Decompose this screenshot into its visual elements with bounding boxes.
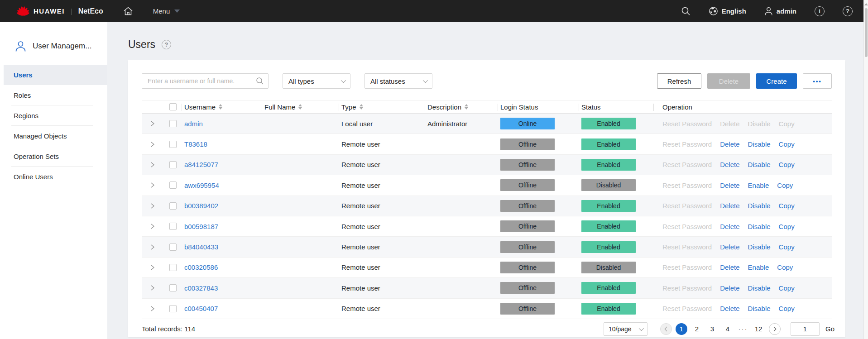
sidebar-item-managed-objects[interactable]: Managed Objects [0,126,107,146]
op-disable[interactable]: Disable [748,284,771,292]
expand-icon[interactable] [149,264,156,271]
op-copy[interactable]: Copy [779,305,795,312]
expand-icon[interactable] [149,284,156,291]
status-filter-select[interactable]: All statuses [364,73,432,89]
op-delete[interactable]: Delete [720,263,739,271]
user-button[interactable]: admin [764,7,796,16]
home-icon[interactable] [123,6,133,16]
create-button[interactable]: Create [756,73,797,89]
column-header-full-name[interactable]: Full Name [264,100,341,113]
expand-icon[interactable] [149,120,156,127]
page-size-select[interactable]: 10/page [604,322,647,336]
language-button[interactable]: English [709,6,746,16]
username-link[interactable]: b84040433 [184,243,218,251]
expand-icon[interactable] [149,181,156,189]
column-header-username[interactable]: Username [184,100,264,113]
op-enable[interactable]: Enable [748,263,769,271]
page-button-2[interactable]: 2 [691,323,703,335]
page-button-4[interactable]: 4 [722,323,734,335]
expand-icon[interactable] [149,141,156,148]
username-link[interactable]: c00327843 [184,284,218,292]
row-checkbox[interactable] [169,244,177,251]
username-link[interactable]: admin [184,120,203,128]
op-copy[interactable]: Copy [779,223,795,230]
username-link[interactable]: c00320586 [184,263,218,271]
column-header-description[interactable]: Description [427,100,500,113]
help-icon[interactable]: ? [843,6,853,16]
scrollbar-thumb[interactable] [865,8,868,57]
op-copy[interactable]: Copy [779,284,795,292]
username-link[interactable]: b00389402 [184,202,218,210]
username-link[interactable]: a84125077 [184,161,218,168]
op-enable[interactable]: Enable [748,181,769,189]
op-disable[interactable]: Disable [748,202,771,210]
row-checkbox[interactable] [169,120,177,127]
sort-icon[interactable] [298,104,302,110]
op-disable[interactable]: Disable [748,305,771,312]
op-copy[interactable]: Copy [777,181,793,189]
expand-icon[interactable] [149,244,156,251]
menu-button[interactable]: Menu [153,7,180,15]
op-delete[interactable]: Delete [720,243,739,251]
prev-page-button[interactable] [660,323,672,335]
row-checkbox[interactable] [169,264,177,271]
page-button-1[interactable]: 1 [676,323,687,335]
sort-icon[interactable] [465,104,468,110]
page-help-icon[interactable]: ? [162,40,171,49]
goto-page-input[interactable] [791,322,820,336]
op-disable[interactable]: Disable [748,161,771,168]
row-checkbox[interactable] [169,181,177,189]
op-delete[interactable]: Delete [720,202,739,210]
row-checkbox[interactable] [169,284,177,291]
info-icon[interactable]: i [815,6,825,16]
username-link[interactable]: c00450407 [184,305,218,312]
op-copy[interactable]: Copy [779,202,795,210]
sidebar-item-users[interactable]: Users [4,65,107,85]
next-page-button[interactable] [769,323,781,335]
op-copy[interactable]: Copy [779,243,795,251]
op-disable[interactable]: Disable [748,140,771,148]
select-all-checkbox[interactable] [169,103,177,110]
sidebar-item-operation-sets[interactable]: Operation Sets [0,146,107,167]
op-disable[interactable]: Disable [748,243,771,251]
expand-icon[interactable] [149,305,156,312]
sidebar-item-regions[interactable]: Regions [0,105,107,126]
expand-icon[interactable] [149,223,156,230]
username-link[interactable]: T83618 [184,140,207,148]
row-checkbox[interactable] [169,202,177,210]
search-icon[interactable] [681,6,691,16]
refresh-button[interactable]: Refresh [657,73,701,89]
expand-icon[interactable] [149,202,156,210]
page-button-12[interactable]: 12 [753,323,764,335]
expand-icon[interactable] [149,161,156,168]
op-delete[interactable]: Delete [720,284,739,292]
sidebar-item-roles[interactable]: Roles [0,85,107,105]
row-checkbox[interactable] [169,305,177,312]
op-delete[interactable]: Delete [720,161,739,168]
row-checkbox[interactable] [169,161,177,168]
sort-icon[interactable] [219,104,222,110]
column-header-type[interactable]: Type [341,100,427,113]
more-actions-button[interactable]: ••• [803,73,832,89]
op-delete[interactable]: Delete [720,140,739,148]
row-checkbox[interactable] [169,141,177,148]
row-checkbox[interactable] [169,223,177,230]
sort-icon[interactable] [360,104,363,110]
op-copy[interactable]: Copy [779,161,795,168]
page-button-3[interactable]: 3 [706,323,718,335]
page-scrollbar[interactable] [863,0,868,339]
delete-button[interactable]: Delete [707,73,750,89]
op-copy[interactable]: Copy [779,140,795,148]
op-disable[interactable]: Disable [748,223,771,230]
scroll-up-icon[interactable] [864,3,868,5]
search-input[interactable] [142,73,269,89]
op-delete[interactable]: Delete [720,181,739,189]
username-link[interactable]: awx695954 [184,181,219,189]
op-delete[interactable]: Delete [720,305,739,312]
op-copy[interactable]: Copy [777,263,793,271]
op-delete[interactable]: Delete [720,223,739,230]
go-button[interactable]: Go [825,325,834,333]
username-link[interactable]: b00598187 [184,223,218,230]
sidebar-item-online-users[interactable]: Online Users [0,167,107,187]
type-filter-select[interactable]: All types [283,73,350,89]
